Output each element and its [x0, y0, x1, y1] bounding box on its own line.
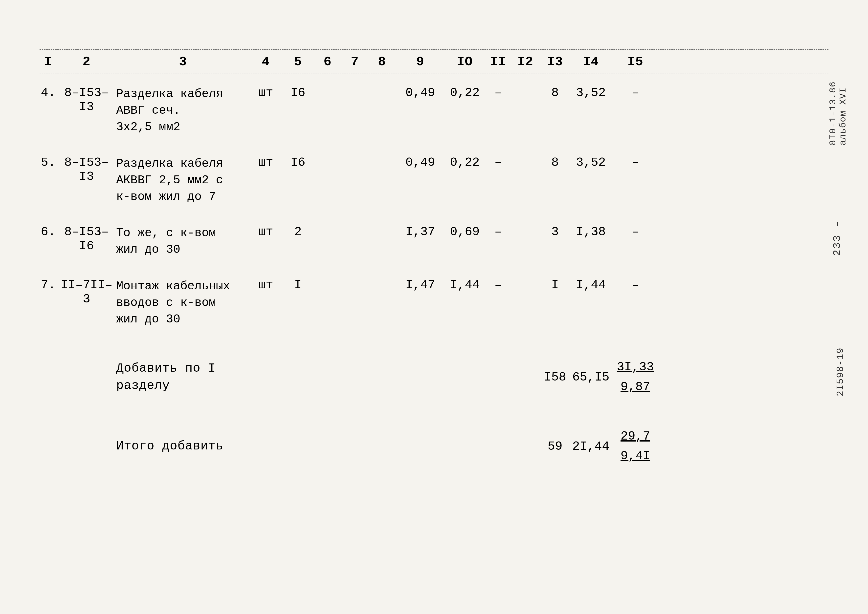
row7-desc: Монтаж кабельных вводов с к-вом жил до 3… — [116, 278, 250, 328]
header-col-11: II — [484, 54, 512, 69]
row4-side-note: альбом XVI 8I0-1-13.86 — [828, 81, 848, 146]
header-col-7: 7 — [341, 54, 368, 69]
header-col-5: 5 — [282, 54, 314, 69]
row7-unit: шт — [250, 278, 282, 292]
row4-code: 8–I53–I3 — [57, 86, 116, 114]
table-row: 4. 8–I53–I3 Разделка кабеля АВВГ сеч. 3х… — [40, 76, 828, 146]
row4-col15: – — [611, 86, 660, 100]
header-col-2: 2 — [57, 54, 116, 69]
summary1-col13: I58 — [539, 370, 571, 384]
row4-col13: 8 — [539, 86, 571, 100]
row4-unit: шт — [250, 86, 282, 100]
summary2-col15-line1: 29,7 — [611, 426, 660, 446]
row7-col9: I,47 — [396, 278, 445, 292]
page: I 2 3 4 5 6 7 8 9 IO II I2 I3 I4 I5 4. 8… — [0, 0, 868, 614]
row7-num: 7. — [40, 278, 57, 292]
summary1-col15: 3I,33 9,87 — [611, 357, 660, 397]
table-row: 7. II–7II–3 Монтаж кабельных вводов с к-… — [40, 268, 828, 338]
row7-col11: – — [484, 278, 512, 292]
summary1-side-note: 2I598-19 — [835, 347, 846, 396]
row4-col10: 0,22 — [445, 86, 484, 100]
summary2-col15-line2: 9,4I — [611, 446, 660, 466]
header-col-6: 6 — [314, 54, 341, 69]
header-col-14: I4 — [571, 54, 611, 69]
table-row: 6. 8–I53–I6 То же, с к-вом жил до 30 шт … — [40, 215, 828, 268]
row4-col14: 3,52 — [571, 86, 611, 100]
row5-col11: – — [484, 155, 512, 169]
header-col-8: 8 — [368, 54, 396, 69]
row6-col9: I,37 — [396, 225, 445, 239]
row6-code: 8–I53–I6 — [57, 225, 116, 253]
row7-col5: I — [282, 278, 314, 292]
table-container: I 2 3 4 5 6 7 8 9 IO II I2 I3 I4 I5 4. 8… — [40, 50, 828, 476]
data-row-5: 5. 8–I53–I3 Разделка кабеля АКВВГ 2,5 мм… — [40, 146, 828, 215]
row5-unit: шт — [250, 155, 282, 169]
header-col-1: I — [40, 54, 57, 69]
row5-col13: 8 — [539, 155, 571, 169]
row5-col15: – — [611, 155, 660, 169]
row6-num: 6. — [40, 225, 57, 239]
data-row-7: 7. II–7II–3 Монтаж кабельных вводов с к-… — [40, 268, 828, 338]
header-col-9: 9 — [396, 54, 445, 69]
row5-num: 5. — [40, 155, 57, 169]
row6-col5: 2 — [282, 225, 314, 239]
row6-col10: 0,69 — [445, 225, 484, 239]
row4-col11: – — [484, 86, 512, 100]
data-row-4: 4. 8–I53–I3 Разделка кабеля АВВГ сеч. 3х… — [40, 76, 828, 146]
summary-row-1-inner: Добавить по I разделу I58 65,I5 3I,33 9,… — [40, 347, 828, 407]
summary2-label: Итого добавить — [116, 437, 250, 455]
header-col-15: I5 — [611, 54, 660, 69]
row4-col5: I6 — [282, 86, 314, 100]
row6-desc: То же, с к-вом жил до 30 — [116, 225, 250, 258]
header-col-13: I3 — [539, 54, 571, 69]
row4-col9: 0,49 — [396, 86, 445, 100]
summary2-col14: 2I,44 — [571, 439, 611, 453]
row7-col13: I — [539, 278, 571, 292]
row6-col13: 3 — [539, 225, 571, 239]
row6-col14: I,38 — [571, 225, 611, 239]
summary-row-2: Итого добавить 59 2I,44 29,7 9,4I — [40, 417, 828, 476]
row4-desc: Разделка кабеля АВВГ сеч. 3х2,5 мм2 — [116, 86, 250, 136]
header-col-12: I2 — [512, 54, 539, 69]
summary1-col15-line2: 9,87 — [611, 377, 660, 397]
header-col-10: IO — [445, 54, 484, 69]
header-col-4: 4 — [250, 54, 282, 69]
data-row-6: 6. 8–I53–I6 То же, с к-вом жил до 30 шт … — [40, 215, 828, 268]
row6-side-note: 233 – — [831, 220, 843, 256]
row5-col9: 0,49 — [396, 155, 445, 169]
row5-col5: I6 — [282, 155, 314, 169]
header-col-3: 3 — [116, 54, 250, 69]
row5-col10: 0,22 — [445, 155, 484, 169]
row6-unit: шт — [250, 225, 282, 239]
row6-col11: – — [484, 225, 512, 239]
row7-col10: I,44 — [445, 278, 484, 292]
summary1-col14: 65,I5 — [571, 370, 611, 384]
summary-row-2-inner: Итого добавить 59 2I,44 29,7 9,4I — [40, 417, 828, 476]
summary2-col15: 29,7 9,4I — [611, 426, 660, 466]
summary-row-1: Добавить по I разделу I58 65,I5 3I,33 9,… — [40, 347, 828, 407]
summary1-label: Добавить по I разделу — [116, 360, 250, 394]
row5-desc: Разделка кабеля АКВВГ 2,5 мм2 с к-вом жи… — [116, 155, 250, 205]
summary2-col13: 59 — [539, 439, 571, 453]
row7-col15: – — [611, 278, 660, 292]
row4-num: 4. — [40, 86, 57, 100]
summary1-col15-line1: 3I,33 — [611, 357, 660, 377]
row7-col14: I,44 — [571, 278, 611, 292]
table-row: 5. 8–I53–I3 Разделка кабеля АКВВГ 2,5 мм… — [40, 146, 828, 215]
row5-col14: 3,52 — [571, 155, 611, 169]
row5-code: 8–I53–I3 — [57, 155, 116, 184]
row6-col15: – — [611, 225, 660, 239]
header-row: I 2 3 4 5 6 7 8 9 IO II I2 I3 I4 I5 — [40, 50, 828, 73]
row7-code: II–7II–3 — [57, 278, 116, 306]
